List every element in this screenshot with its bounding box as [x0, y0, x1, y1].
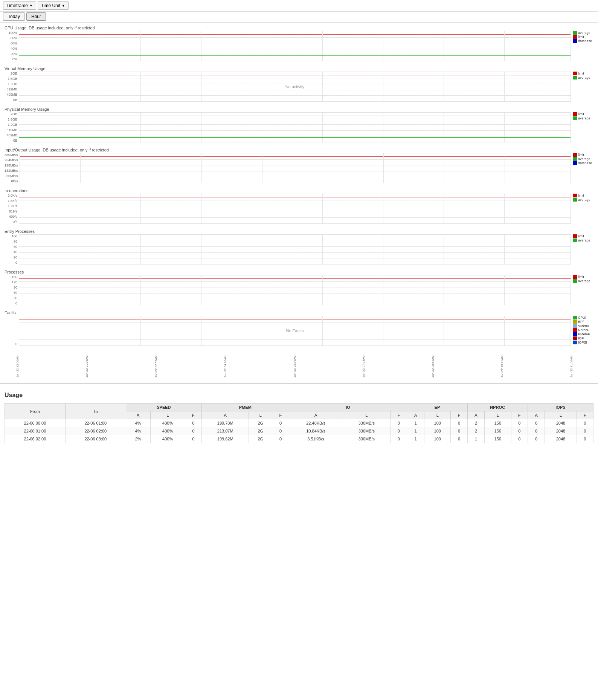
grid-line-v: [383, 153, 384, 183]
y-axis-label: 0B: [13, 139, 17, 142]
chart-area-virtual-memory: No activity: [19, 72, 571, 102]
chart-legend-entry-processes: limitaverage: [571, 234, 593, 264]
legend-label: CPUf: [578, 316, 586, 319]
legend-label: average: [578, 238, 590, 242]
y-axis-label: 20: [14, 255, 17, 259]
grid-line-v: [504, 235, 505, 264]
grid-line-v: [141, 153, 141, 183]
pmem-f-header: F: [272, 411, 289, 419]
grid-line-h: [19, 258, 571, 258]
legend-item: database: [573, 161, 593, 165]
y-axis-label: 60%: [11, 41, 17, 45]
today-button[interactable]: Today: [3, 12, 25, 21]
chart-area-physical-memory: [19, 112, 571, 142]
ep-header: EP: [407, 403, 467, 411]
legend-label: average: [578, 279, 590, 283]
y-axis-label: 2GB: [11, 72, 17, 75]
chart-legend-faults: CPUfEPfVMemFNprocFPMemFIOFIOPSf: [571, 316, 593, 346]
grid-line-v: [383, 72, 383, 101]
y-axis-label: 409/s: [9, 215, 17, 219]
table-cell: 0: [528, 419, 545, 427]
hour-button[interactable]: Hour: [26, 12, 46, 21]
data-line: [19, 137, 571, 138]
x-axis-label: Jun-22 08:52AM: [431, 355, 435, 378]
legend-label: limit: [578, 153, 584, 157]
legend-item: limit: [573, 72, 593, 75]
toolbar: Timeframe ▼ Time Unit ▼: [0, 0, 598, 12]
grid-line-v: [505, 153, 505, 183]
table-cell: 0: [391, 427, 407, 435]
ep-l-header: L: [424, 411, 451, 419]
limit-line: [20, 156, 571, 157]
y-axis-io-usage: 330MB/s264MB/s198MB/s132MB/s66MB/s0B/s: [5, 153, 20, 183]
x-axis: Jun-22 12:00AMJun-22 01:28AMJun-22 02:57…: [0, 355, 598, 378]
table-cell: 0: [185, 435, 201, 443]
table-cell: 100: [424, 435, 451, 443]
grid-line-v: [140, 235, 141, 264]
chart-wrapper-cpu: 100%80%60%40%20%0%averagelimitdatabase: [5, 31, 593, 61]
speed-f-header: F: [185, 411, 201, 419]
chart-legend-io-operations: limitaverage: [571, 194, 593, 224]
grid-line-v: [444, 194, 444, 223]
limit-line: [19, 238, 571, 238]
grid-line-v: [140, 31, 141, 61]
legend-label: limit: [578, 35, 584, 39]
grid-line-h: [19, 339, 571, 340]
y-axis-label: 90: [14, 286, 17, 289]
legend-item: average: [573, 116, 593, 120]
y-axis-label: 2GB: [11, 112, 17, 116]
table-cell: 22-06 01:00: [5, 427, 66, 435]
iops-header: IOPS: [528, 403, 593, 411]
usage-section: Usage From To SPEED PMEM IO EP NPROC IOP…: [0, 387, 598, 448]
data-line: [19, 55, 571, 56]
chart-section-cpu: CPU Usage. DB usage included, only if re…: [5, 26, 593, 61]
y-axis-label: 132MB/s: [5, 169, 18, 173]
grid-line-h: [19, 299, 571, 299]
chart-title-cpu: CPU Usage. DB usage included, only if re…: [5, 26, 593, 30]
grid-line-h: [19, 200, 571, 200]
table-cell: 100: [424, 419, 451, 427]
grid-line-v: [201, 275, 201, 305]
legend-color-box: [573, 112, 577, 116]
grid-line-v: [201, 31, 201, 61]
legend-item: limit: [573, 234, 593, 238]
table-cell: 330MB/s: [343, 435, 391, 443]
y-axis-cpu: 100%80%60%40%20%0%: [5, 31, 19, 61]
y-axis-label: 0: [15, 342, 17, 346]
legend-item: average: [573, 238, 593, 242]
table-cell: 330MB/s: [343, 419, 391, 427]
grid-line-v: [140, 72, 141, 101]
chart-legend-io-usage: limitaveragedatabase: [571, 153, 593, 183]
chart-area-io-operations: [19, 194, 571, 224]
table-cell: 0: [577, 435, 593, 443]
table-cell: 22-06 02:00: [5, 435, 66, 443]
y-axis-label: 150: [12, 275, 17, 279]
legend-item: average: [573, 31, 593, 35]
grid-line-v: [444, 316, 444, 345]
table-cell: 0: [451, 419, 467, 427]
grid-line-v: [444, 72, 444, 101]
legend-color-box: [573, 76, 577, 79]
chart-legend-cpu: averagelimitdatabase: [571, 31, 593, 61]
table-cell: 22-06 02:00: [65, 427, 126, 435]
grid-line-h: [19, 246, 571, 247]
legend-item: average: [573, 279, 593, 283]
timeframe-dropdown[interactable]: Timeframe ▼: [3, 2, 36, 10]
legend-label: VMemF: [578, 324, 590, 328]
y-axis-label: 80%: [11, 36, 17, 40]
table-cell: 22-06 00:00: [5, 419, 66, 427]
y-axis-label: 100%: [9, 31, 17, 35]
y-axis-label: 409MB: [6, 93, 17, 96]
grid-line-v: [444, 275, 444, 305]
chart-title-entry-processes: Entry Processes: [5, 229, 593, 234]
time-unit-dropdown[interactable]: Time Unit ▼: [38, 2, 69, 10]
grid-line-h: [19, 119, 571, 119]
grid-line-v: [201, 153, 202, 183]
chart-title-processes: Processes: [5, 270, 593, 274]
table-cell: 2048: [545, 419, 577, 427]
legend-item: limit: [573, 275, 593, 279]
chart-wrapper-io-operations: 2.0K/s1.6K/s1.2K/s819/s409/s0/slimitaver…: [5, 194, 593, 224]
legend-color-box: [573, 328, 577, 332]
iops-f-header: F: [577, 411, 593, 419]
chart-title-faults: Faults: [5, 310, 593, 315]
